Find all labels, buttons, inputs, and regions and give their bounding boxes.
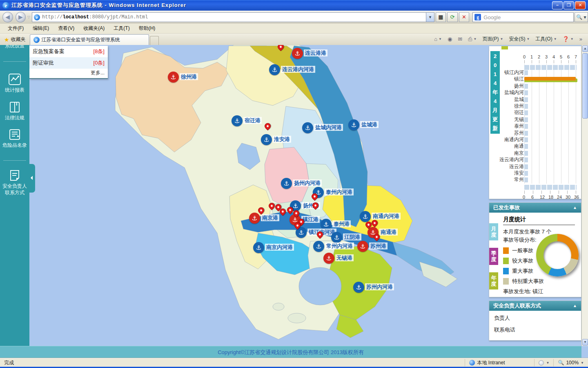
status-text: 完成 [0, 359, 465, 366]
menu-item-5[interactable]: 帮助(H) [134, 24, 160, 33]
sidebar-item-label: 安全负责人 [0, 183, 29, 189]
menu-item-2[interactable]: 查看(V) [53, 24, 79, 33]
sidebar-item-统计报表[interactable]: 统计报表 [0, 74, 29, 93]
mail-icon[interactable]: ✉ [455, 35, 465, 43]
sidebar-item-安全负责人联系方式[interactable]: 安全负责人联系方式 [0, 170, 29, 196]
port-marker-连云港港[interactable]: ⚓ [292, 48, 303, 59]
bar-stub [524, 104, 528, 109]
zoom-level: 100% [566, 360, 579, 366]
stop-button[interactable]: ✕ [459, 12, 470, 22]
scrollbar-thumb[interactable] [582, 53, 588, 119]
close-button[interactable]: ✕ [575, 1, 586, 9]
dropdown-caret-icon: ▼ [570, 37, 574, 41]
port-marker-连云港内河港[interactable]: ⚓ [269, 64, 280, 75]
contacts-panel: 安全负责人联系方式 ▲ 负责人联系电话 [489, 301, 581, 341]
more-link[interactable]: 更多... [29, 69, 108, 78]
category-label-连云港: 连云港 [509, 163, 524, 170]
category-label-徐州: 徐州 [514, 103, 524, 109]
menu-item-1[interactable]: 编辑(E) [28, 24, 53, 33]
sidebar-item-label: 联系方式 [0, 189, 29, 196]
bar-stub [524, 131, 528, 136]
home-icon[interactable]: ⌂▼ [432, 35, 444, 43]
favorites-button[interactable]: ★ 收藏夹 [0, 34, 30, 45]
port-marker-苏州港[interactable]: ⚓ [357, 241, 368, 252]
top-axis-tick: 3 [545, 54, 548, 59]
compatibility-view-button[interactable]: ▦ [436, 12, 446, 22]
popup-row-应急预案备案[interactable]: 应急预案备案[8条] [29, 46, 108, 57]
popup-row-附证审批[interactable]: 附证审批[0条] [29, 57, 108, 69]
port-marker-无锡港[interactable]: ⚓ [323, 253, 334, 264]
title-bar[interactable]: e 江苏省港口安全监管与应急管理系统 - Windows Internet Ex… [0, 0, 588, 11]
scroll-up-button[interactable]: ▲ [582, 45, 588, 52]
menu-item-4[interactable]: 工具(T) [109, 24, 134, 33]
tab-月度[interactable]: 月度 [489, 223, 498, 240]
command-工具(O)[interactable]: 工具(O)▼ [533, 35, 559, 43]
contacts-panel-header[interactable]: 安全负责人联系方式 ▲ [489, 301, 581, 311]
address-bar[interactable]: e http://localhost:8080/yjpt/Main.html [32, 12, 426, 22]
port-marker-徐州港[interactable]: ⚓ [168, 72, 179, 83]
category-label-泰州: 泰州 [514, 123, 524, 129]
scroll-down-button[interactable]: ▼ [582, 339, 588, 346]
sidebar-item-system-settings[interactable]: 系统设置 [0, 45, 29, 49]
zoom-control[interactable]: 🔍 100% ▼ [553, 359, 588, 366]
history-dropdown-icon[interactable]: ▽ [27, 15, 30, 19]
collapse-arrow-icon[interactable]: ▲ [573, 203, 577, 213]
port-label-南通内河港: 南通内河港 [372, 213, 401, 220]
refresh-button[interactable]: ⟳ [447, 12, 458, 22]
port-marker-江阴港[interactable]: ⚓ [331, 232, 342, 243]
menu-item-3[interactable]: 收藏夹(A) [79, 24, 109, 33]
search-button[interactable]: 🔍 ▾ [575, 12, 588, 22]
address-dropdown-button[interactable]: ▼ [426, 12, 434, 22]
vertical-scrollbar[interactable]: ▲ ▼ [581, 45, 588, 346]
google-icon: g [474, 14, 481, 20]
bottom-axis-tick: 36 [574, 195, 579, 200]
feed-icon[interactable]: ◉ [445, 35, 454, 43]
intranet-globe-icon [469, 360, 475, 366]
port-marker-泰州港[interactable]: ⚓ [321, 219, 332, 230]
collapse-arrow-icon[interactable]: ▲ [573, 301, 577, 311]
monthly-stats-title: 月度统计 [503, 216, 575, 225]
home-icon: ⌂ [434, 36, 437, 42]
port-marker-淮安港[interactable]: ⚓ [261, 134, 272, 145]
sidebar-item-危险品名录[interactable]: 危险品名录 [0, 129, 29, 148]
legend-swatch [503, 278, 509, 285]
tab-favicon: e [33, 37, 40, 43]
command-安全(S)[interactable]: 安全(S)▼ [506, 35, 532, 43]
port-label-南京内河港: 南京内河港 [265, 244, 294, 251]
bar-stub [524, 90, 528, 95]
sidebar-collapse-handle[interactable] [29, 164, 35, 193]
chevron-icon[interactable]: » [577, 35, 585, 43]
port-marker-盐城港[interactable]: ⚓ [348, 119, 359, 130]
forward-button[interactable]: ▶ [16, 12, 26, 22]
port-marker-南通内河港[interactable]: ⚓ [360, 211, 371, 222]
print-icon[interactable]: ⎙▼ [466, 35, 479, 43]
port-marker-南京内河港[interactable]: ⚓ [253, 242, 264, 253]
port-marker-南京港[interactable]: ⚓ [249, 213, 260, 224]
sidebar-item-法律法规[interactable]: 法律法规 [0, 101, 29, 121]
tab-active[interactable]: e 江苏省港口安全监管与应急管理系统 [30, 34, 149, 45]
search-placeholder: Google [483, 14, 501, 20]
new-tab-button[interactable] [150, 36, 159, 45]
restore-button[interactable]: ❐ [564, 1, 574, 9]
accidents-panel-header[interactable]: 已发生事故 ▲ [489, 203, 581, 213]
port-marker-扬州内河港[interactable]: ⚓ [281, 178, 292, 189]
search-box[interactable]: g Google [472, 12, 573, 22]
protected-mode-button[interactable]: ▼ [534, 359, 553, 366]
port-marker-苏州内河港[interactable]: ⚓ [353, 282, 364, 293]
port-marker-常州内河港[interactable]: ⚓ [313, 241, 324, 252]
url-text[interactable]: http://localhost:8080/yjpt/Main.html [42, 14, 148, 20]
port-marker-宿迁港[interactable]: ⚓ [232, 115, 243, 126]
menu-item-0[interactable]: 文件(F) [3, 24, 28, 33]
tab-年度[interactable]: 年度 [489, 272, 498, 289]
port-marker-盐城内河港[interactable]: ⚓ [302, 122, 313, 133]
page-icon: e [34, 14, 40, 20]
contact-row-负责人: 负责人 [489, 311, 581, 323]
minimize-button[interactable]: － [552, 1, 563, 9]
tab-季度[interactable]: 季度 [489, 248, 498, 265]
back-button[interactable]: ◀ [2, 12, 13, 22]
help-icon[interactable]: ❓▼ [560, 35, 576, 43]
command-页面(P)[interactable]: 页面(P)▼ [480, 35, 506, 43]
category-label-连云港内河: 连云港内河 [499, 156, 524, 163]
port-bar-chart[interactable]: 2014年4月更新 01234567镇江内河镇江扬州盐城内河盐城徐州宿迁无锡泰州… [489, 46, 581, 199]
category-label-宿迁: 宿迁 [514, 109, 524, 116]
